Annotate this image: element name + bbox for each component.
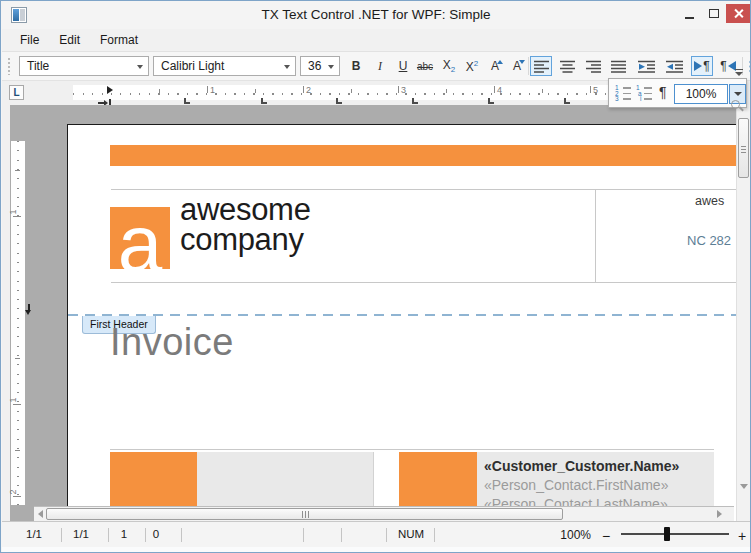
menu-edit[interactable]: Edit — [49, 30, 90, 50]
ruler-tick — [13, 216, 21, 217]
indent-marker[interactable] — [107, 86, 113, 94]
window-bottom-edge — [2, 547, 750, 553]
menu-format[interactable]: Format — [90, 30, 148, 50]
document-title: Invoice — [110, 321, 234, 363]
grip-icon — [741, 146, 746, 147]
ruler-tick — [15, 450, 20, 451]
decrease-indent-button[interactable] — [635, 56, 657, 76]
grip-icon — [741, 152, 746, 153]
scroll-right-icon[interactable] — [717, 510, 722, 518]
fontsize-combobox[interactable]: 36 — [300, 56, 340, 76]
ruler-tick — [207, 86, 208, 93]
tab-stop-marker[interactable] — [261, 98, 267, 104]
status-separator — [108, 528, 109, 542]
table-top-border — [110, 449, 714, 450]
zoom-out-button[interactable]: − — [599, 528, 613, 544]
ruler-tick — [351, 89, 352, 93]
gray-cell — [197, 452, 374, 509]
underline-button[interactable]: U — [392, 56, 414, 76]
align-center-button[interactable] — [556, 56, 578, 76]
show-marks-button[interactable]: ¶ — [659, 84, 667, 100]
horizontal-scrollbar-thumb[interactable] — [46, 508, 563, 520]
status-zoom-value: 100% — [546, 528, 591, 542]
style-combobox[interactable]: Title — [19, 56, 149, 76]
tab-selector[interactable]: L — [9, 85, 24, 100]
strikethrough-button[interactable]: abc — [414, 56, 436, 76]
app-window: TX Text Control .NET for WPF: Simple Fil… — [0, 0, 751, 553]
style-value: Title — [27, 59, 49, 73]
logo-row-bottom-border — [111, 282, 751, 283]
zoom-slider-thumb[interactable] — [664, 527, 670, 541]
decrease-indent-icon — [638, 60, 655, 73]
magnifier-icon — [731, 100, 740, 109]
document-page[interactable]: a awesome company awes NC 282 First Head… — [67, 124, 751, 521]
minimize-button[interactable] — [678, 4, 700, 23]
underline-icon: U — [399, 59, 408, 73]
logo-row-divider — [595, 189, 596, 282]
italic-button[interactable]: I — [369, 56, 391, 76]
justify-icon — [611, 60, 626, 73]
orange-cell — [399, 452, 477, 509]
zoom-in-button[interactable]: + — [735, 528, 749, 544]
strikethrough-icon: abc — [417, 61, 433, 72]
vertical-scrollbar-thumb[interactable] — [738, 118, 749, 178]
status-separator — [341, 528, 342, 542]
status-separator — [386, 528, 387, 542]
ruler-tick — [590, 86, 591, 93]
shrink-font-button[interactable]: A — [506, 56, 528, 76]
font-combobox[interactable]: Calibri Light — [153, 56, 296, 76]
superscript-button[interactable]: X2 — [461, 56, 483, 76]
subscript-icon: X2 — [443, 58, 455, 74]
logo-line2: company — [180, 225, 311, 255]
zoom-combobox[interactable]: 100% — [674, 84, 728, 104]
tab-stop-marker[interactable] — [488, 98, 494, 104]
numbered-list-button[interactable]: 123 — [615, 85, 632, 102]
align-right-button[interactable] — [582, 56, 604, 76]
merge-field-customer-name[interactable]: «Customer_Customer.Name» — [484, 457, 714, 476]
scroll-down-icon[interactable] — [740, 484, 748, 489]
superscript-icon: X2 — [466, 59, 478, 74]
align-left-button[interactable] — [530, 56, 552, 76]
maximize-button[interactable] — [703, 4, 725, 23]
status-separator — [61, 528, 62, 542]
tab-stop-marker[interactable] — [564, 98, 570, 104]
customer-merge-cell: «Customer_Customer.Name» «Person_Contact… — [477, 452, 714, 509]
tab-stop-marker[interactable] — [412, 98, 418, 104]
tab-selector-label: L — [13, 87, 19, 98]
chevron-down-icon — [328, 65, 334, 69]
justify-button[interactable] — [607, 56, 629, 76]
chevron-down-icon — [284, 65, 290, 69]
ruler-tick — [13, 404, 21, 405]
zoom-slider-track[interactable] — [621, 533, 729, 535]
ruler-number: 1 — [8, 209, 18, 214]
scroll-left-icon[interactable] — [38, 510, 43, 518]
arrow-up-icon — [497, 60, 503, 64]
subscript-button[interactable]: X2 — [438, 56, 460, 76]
logo-line1: awesome — [180, 195, 311, 225]
grip-icon — [308, 511, 309, 518]
tab-stop-marker[interactable] — [336, 98, 342, 104]
increase-indent-button[interactable] — [663, 56, 685, 76]
toolbar-separator — [528, 57, 529, 75]
pilcrow-icon: ¶ — [703, 59, 709, 73]
toolbar-grip[interactable] — [8, 58, 10, 75]
ruler-tick — [15, 170, 20, 171]
status-column: 0 — [146, 528, 166, 540]
toolbar-overflow-popup: 123 1ai ¶ 100% — [608, 78, 747, 108]
menu-file[interactable]: File — [10, 30, 49, 50]
align-center-icon — [560, 60, 575, 73]
ruler-tick — [542, 89, 543, 93]
header-boundary-marker[interactable] — [25, 310, 31, 315]
merge-field-first-name[interactable]: «Person_Contact.FirstName» — [484, 476, 714, 495]
menu-bar: File Edit Format — [2, 29, 750, 52]
bold-button[interactable]: B — [345, 56, 367, 76]
grow-font-button[interactable]: A — [484, 56, 506, 76]
status-line: 1 — [113, 528, 135, 540]
close-button[interactable] — [726, 4, 751, 23]
align-right-icon — [586, 60, 601, 73]
ruler-number: 5 — [593, 85, 598, 95]
multilevel-list-button[interactable]: 1ai — [636, 85, 653, 102]
pilcrow-icon: ¶ — [720, 59, 726, 73]
ltr-text-button[interactable]: ¶ — [691, 56, 713, 76]
tab-stop-marker[interactable] — [184, 98, 190, 104]
